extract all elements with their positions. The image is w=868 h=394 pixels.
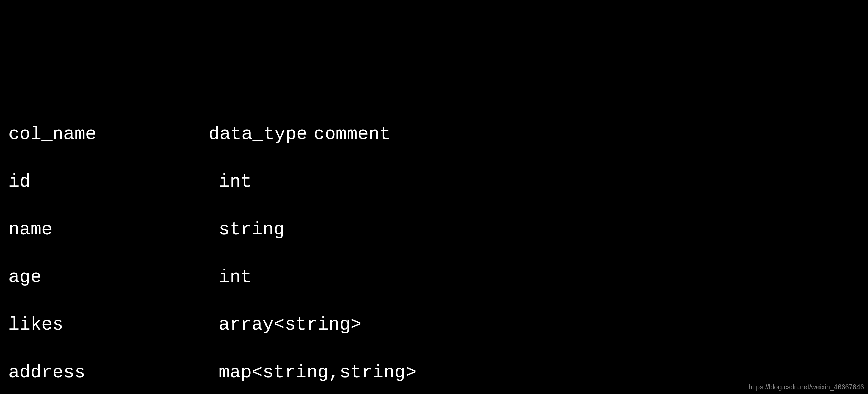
data-type-value: int — [219, 170, 252, 194]
header-data-type: data_type — [209, 123, 314, 146]
col-name-value: address — [8, 361, 219, 384]
table-row: idint — [8, 170, 860, 194]
watermark-text: https://blog.csdn.net/weixin_46667646 — [749, 382, 864, 391]
header-comment: comment — [314, 123, 391, 146]
data-type-value: string — [219, 218, 284, 242]
table-header-row: col_namedata_typecomment — [8, 123, 860, 146]
terminal-output: col_namedata_typecomment idint namestrin… — [8, 99, 860, 394]
table-row: addressmap<string,string> — [8, 361, 860, 384]
col-name-value: name — [8, 218, 219, 242]
header-col-name: col_name — [8, 123, 209, 146]
col-name-value: age — [8, 265, 219, 289]
col-name-value: likes — [8, 313, 219, 337]
table-row: ageint — [8, 265, 860, 289]
data-type-value: map<string,string> — [219, 361, 416, 384]
table-row: namestring — [8, 218, 860, 242]
data-type-value: int — [219, 265, 252, 289]
table-row: likesarray<string> — [8, 313, 860, 337]
col-name-value: id — [8, 170, 219, 194]
data-type-value: array<string> — [219, 313, 361, 337]
